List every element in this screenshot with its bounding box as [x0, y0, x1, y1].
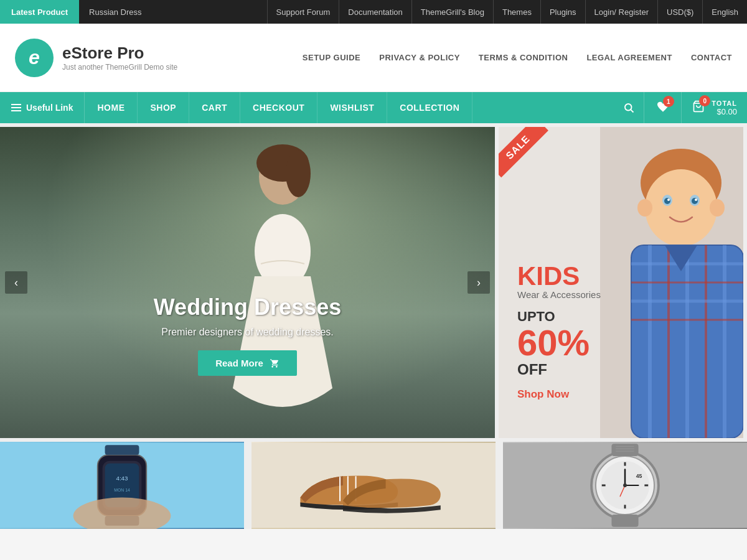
svg-point-15: [695, 198, 697, 201]
svg-text:MON 14: MON 14: [114, 488, 130, 492]
featured-product-name: Russian Dress: [79, 0, 152, 24]
nav-legal[interactable]: LEGAL AGREEMENT: [586, 53, 672, 62]
top-bar-nav: Support Forum Documentation ThemeGrill's…: [267, 0, 747, 24]
kids-image: [600, 127, 743, 438]
svg-text:45: 45: [636, 473, 642, 479]
svg-point-0: [625, 104, 632, 111]
nav-home[interactable]: HOME: [85, 92, 138, 123]
hamburger-icon: [11, 104, 21, 111]
hero-section: Wedding Dresses Premier designers of wed…: [0, 123, 747, 438]
topbar-support-forum[interactable]: Support Forum: [267, 0, 339, 24]
site-name: eStore Pro: [62, 44, 177, 63]
nav-checkout[interactable]: CHECKOUT: [240, 92, 317, 123]
nav-collection[interactable]: COLLECTION: [387, 92, 472, 123]
svg-point-5: [286, 150, 311, 197]
cart-button[interactable]: 0 TOTAL $0.00: [682, 92, 747, 123]
svg-point-17: [710, 199, 725, 217]
svg-rect-36: [105, 445, 139, 455]
main-navigation: Useful Link HOME SHOP CART CHECKOUT WISH…: [0, 92, 747, 123]
sale-label: SALE: [499, 127, 548, 177]
svg-text:4:43: 4:43: [116, 475, 128, 482]
wishlist-button[interactable]: 1: [644, 92, 682, 123]
header-nav: SETUP GUIDE PRIVACY & POLICY TERMS & CON…: [303, 53, 732, 62]
product-grid: 4:43 MON 14: [0, 438, 747, 529]
read-more-button[interactable]: Read More: [198, 350, 297, 376]
svg-point-9: [645, 169, 717, 246]
shop-now-link[interactable]: Shop Now: [517, 388, 569, 400]
nav-contact[interactable]: CONTACT: [691, 53, 732, 62]
slider-title: Wedding Dresses: [0, 294, 495, 320]
latest-product-badge: Latest Product: [0, 0, 79, 24]
nav-right-actions: 1 0 TOTAL $0.00: [613, 92, 747, 123]
wishlist-count-badge: 1: [663, 96, 674, 107]
hero-slider: Wedding Dresses Premier designers of wed…: [0, 127, 495, 438]
product-thumb-shoes[interactable]: [251, 442, 496, 529]
nav-wishlist[interactable]: WISHLIST: [317, 92, 387, 123]
nav-privacy-policy[interactable]: PRIVACY & POLICY: [379, 53, 460, 62]
search-button[interactable]: [613, 92, 644, 123]
svg-line-1: [631, 110, 633, 112]
topbar-login-register[interactable]: Login/ Register: [585, 0, 657, 24]
site-header: e eStore Pro Just another ThemeGrill Dem…: [0, 24, 747, 92]
nav-shop[interactable]: SHOP: [138, 92, 189, 123]
product-thumb-watch2[interactable]: 45: [503, 442, 747, 529]
svg-point-12: [664, 198, 670, 204]
slider-subtitle: Premier designers of wedding dresses.: [0, 327, 495, 338]
topbar-documentation[interactable]: Documentation: [339, 0, 411, 24]
topbar-language[interactable]: English: [702, 0, 747, 24]
svg-rect-55: [611, 444, 638, 456]
top-bar: Latest Product Russian Dress Support For…: [0, 0, 747, 24]
topbar-plugins[interactable]: Plugins: [540, 0, 585, 24]
kids-subtitle: Wear & Accessories: [517, 289, 601, 300]
wedding-dress-figure: [195, 139, 370, 438]
nav-cart[interactable]: CART: [189, 92, 240, 123]
product-thumb-watch[interactable]: 4:43 MON 14: [0, 442, 244, 529]
site-tagline: Just another ThemeGrill Demo site: [62, 63, 177, 72]
logo-icon: e: [15, 39, 54, 77]
main-nav-items: HOME SHOP CART CHECKOUT WISHLIST COLLECT…: [85, 92, 472, 123]
off-text: OFF: [517, 361, 601, 378]
topbar-themegrill-blog[interactable]: ThemeGrill's Blog: [411, 0, 493, 24]
svg-rect-56: [611, 515, 638, 527]
useful-link-menu[interactable]: Useful Link: [0, 92, 85, 123]
slider-overlay: Wedding Dresses Premier designers of wed…: [0, 294, 495, 376]
nav-terms[interactable]: TERMS & CONDITION: [479, 53, 568, 62]
site-logo[interactable]: e eStore Pro Just another ThemeGrill Dem…: [15, 39, 177, 77]
topbar-currency[interactable]: USD($): [657, 0, 702, 24]
svg-point-53: [623, 483, 627, 487]
sale-ribbon: SALE: [499, 127, 555, 183]
slider-prev-button[interactable]: ‹: [5, 271, 27, 294]
svg-point-13: [692, 198, 698, 204]
side-banner-content: KIDS Wear & Accessories UPTO 60% OFF Sho…: [517, 263, 601, 401]
cart-total: TOTAL $0.00: [712, 100, 737, 116]
discount-percent: 60%: [517, 325, 601, 361]
topbar-themes[interactable]: Themes: [493, 0, 540, 24]
kids-title: KIDS: [517, 263, 601, 289]
nav-setup-guide[interactable]: SETUP GUIDE: [303, 53, 360, 62]
svg-point-14: [667, 198, 670, 201]
slider-next-button[interactable]: ›: [467, 271, 490, 294]
svg-point-16: [637, 199, 652, 217]
side-banner: SALE KIDS Wear & Accessories UPTO 60% OF…: [499, 127, 743, 438]
cart-count-badge: 0: [699, 95, 710, 106]
